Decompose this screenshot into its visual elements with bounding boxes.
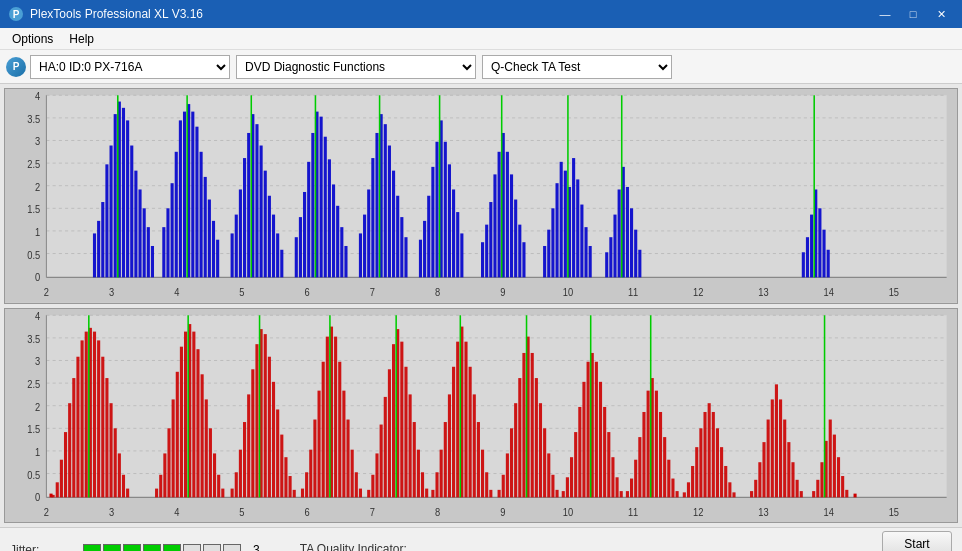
svg-text:2.5: 2.5 xyxy=(27,158,40,170)
svg-rect-141 xyxy=(580,205,583,278)
svg-text:12: 12 xyxy=(693,286,704,298)
minimize-button[interactable]: — xyxy=(872,4,898,24)
svg-rect-53 xyxy=(166,208,169,277)
main-content: 4 3.5 3 2.5 2 1.5 1 0.5 0 2 3 4 5 6 7 8 … xyxy=(0,84,962,527)
svg-rect-39 xyxy=(105,164,108,277)
svg-rect-315 xyxy=(556,489,559,497)
svg-rect-205 xyxy=(81,340,84,497)
svg-rect-294 xyxy=(469,366,472,497)
svg-rect-48 xyxy=(143,208,146,277)
svg-rect-221 xyxy=(167,428,170,497)
svg-rect-45 xyxy=(130,146,133,278)
svg-rect-69 xyxy=(239,189,242,277)
svg-rect-365 xyxy=(771,399,774,497)
svg-rect-265 xyxy=(351,449,354,497)
svg-rect-79 xyxy=(280,250,283,278)
svg-rect-70 xyxy=(243,158,246,277)
svg-rect-40 xyxy=(110,146,113,278)
maximize-button[interactable]: □ xyxy=(900,4,926,24)
svg-rect-374 xyxy=(816,479,819,497)
svg-rect-371 xyxy=(796,479,799,497)
svg-rect-77 xyxy=(272,215,275,278)
function-select[interactable]: DVD Diagnostic Functions xyxy=(236,55,476,79)
svg-rect-263 xyxy=(342,390,345,497)
svg-rect-201 xyxy=(64,432,67,497)
svg-rect-335 xyxy=(634,459,637,497)
svg-rect-44 xyxy=(126,120,129,277)
svg-rect-210 xyxy=(101,356,104,497)
svg-text:3.5: 3.5 xyxy=(27,113,40,125)
window-controls: — □ ✕ xyxy=(872,4,954,24)
svg-rect-230 xyxy=(205,399,208,497)
svg-rect-133 xyxy=(547,230,550,278)
svg-rect-199 xyxy=(56,482,59,497)
svg-rect-161 xyxy=(827,250,830,278)
app-icon: P xyxy=(8,6,24,22)
svg-rect-304 xyxy=(510,428,513,497)
svg-rect-206 xyxy=(85,331,88,497)
device-icon: P xyxy=(6,57,26,77)
svg-rect-329 xyxy=(611,457,614,497)
svg-rect-67 xyxy=(231,233,234,277)
svg-text:5: 5 xyxy=(239,286,244,298)
svg-text:5: 5 xyxy=(239,506,244,518)
svg-rect-38 xyxy=(101,202,104,277)
svg-rect-297 xyxy=(481,449,484,497)
svg-rect-122 xyxy=(489,202,492,277)
svg-rect-296 xyxy=(477,422,480,497)
svg-rect-37 xyxy=(97,221,100,278)
svg-rect-261 xyxy=(334,336,337,497)
svg-rect-127 xyxy=(510,174,513,277)
svg-rect-212 xyxy=(110,403,113,497)
svg-text:0.5: 0.5 xyxy=(27,468,40,480)
svg-rect-244 xyxy=(264,334,267,497)
svg-rect-319 xyxy=(570,457,573,497)
svg-rect-103 xyxy=(392,171,395,278)
svg-text:6: 6 xyxy=(305,506,310,518)
svg-text:10: 10 xyxy=(563,286,574,298)
svg-rect-251 xyxy=(293,489,296,497)
svg-text:2: 2 xyxy=(44,506,49,518)
svg-rect-153 xyxy=(638,250,641,278)
svg-text:4: 4 xyxy=(174,506,179,518)
svg-rect-95 xyxy=(359,233,362,277)
svg-rect-123 xyxy=(493,174,496,277)
svg-text:9: 9 xyxy=(500,286,505,298)
menu-help[interactable]: Help xyxy=(61,30,102,48)
svg-rect-120 xyxy=(481,242,484,277)
device-select[interactable]: HA:0 ID:0 PX-716A xyxy=(30,55,230,79)
svg-rect-303 xyxy=(506,453,509,497)
svg-rect-253 xyxy=(301,488,304,497)
svg-rect-286 xyxy=(435,472,438,497)
svg-rect-52 xyxy=(162,227,165,277)
svg-rect-366 xyxy=(775,384,778,497)
start-button[interactable]: Start xyxy=(882,531,952,552)
close-button[interactable]: ✕ xyxy=(928,4,954,24)
svg-text:3: 3 xyxy=(35,136,40,148)
svg-rect-116 xyxy=(452,189,455,277)
svg-rect-75 xyxy=(264,171,267,278)
svg-rect-97 xyxy=(367,189,370,277)
svg-rect-306 xyxy=(518,378,521,497)
svg-rect-342 xyxy=(663,437,666,497)
svg-rect-71 xyxy=(247,133,250,277)
svg-rect-65 xyxy=(216,240,219,278)
svg-rect-137 xyxy=(564,171,567,278)
svg-text:4: 4 xyxy=(35,310,40,322)
svg-rect-242 xyxy=(255,344,258,497)
svg-rect-334 xyxy=(630,478,633,497)
test-select[interactable]: Q-Check TA Test xyxy=(482,55,672,79)
svg-rect-271 xyxy=(375,453,378,497)
svg-rect-46 xyxy=(134,171,137,278)
svg-rect-370 xyxy=(791,462,794,497)
svg-rect-330 xyxy=(616,477,619,497)
svg-text:0.5: 0.5 xyxy=(27,249,40,261)
svg-rect-128 xyxy=(514,200,517,278)
svg-rect-337 xyxy=(642,411,645,496)
svg-rect-373 xyxy=(812,491,815,497)
svg-rect-302 xyxy=(502,474,505,497)
svg-text:1: 1 xyxy=(35,226,40,238)
jitter-seg-8 xyxy=(223,544,241,552)
svg-rect-254 xyxy=(305,472,308,497)
menu-options[interactable]: Options xyxy=(4,30,61,48)
